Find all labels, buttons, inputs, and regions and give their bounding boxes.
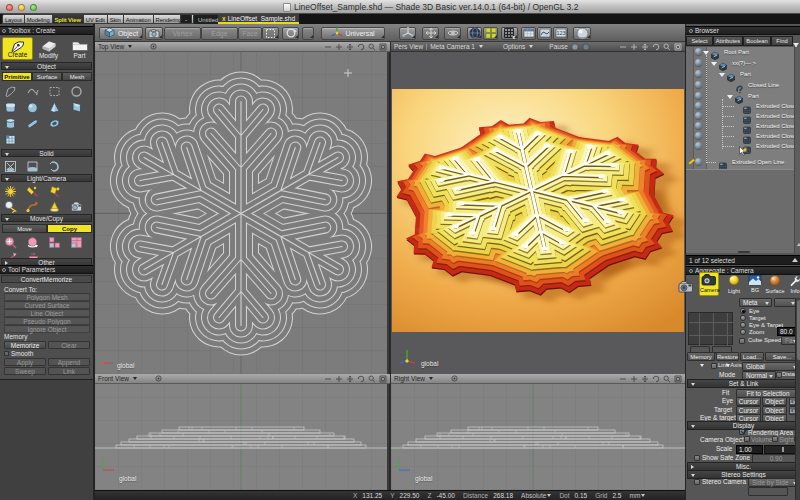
visibility-ball-icon[interactable] (695, 122, 702, 129)
array-copy-icon-button[interactable] (70, 235, 83, 253)
tree-item-label[interactable]: Extruded Closed (756, 113, 794, 119)
marquee-select-button[interactable] (262, 27, 279, 40)
restore-button[interactable]: Restore (716, 352, 739, 361)
radio-target[interactable] (740, 315, 746, 321)
collapse-tabs-button[interactable]: - (180, 14, 192, 24)
tree-item-label[interactable]: Extruded Closed (756, 143, 794, 149)
zoom-icon[interactable] (663, 375, 671, 383)
memorize-button[interactable]: Memorize (4, 341, 46, 349)
front-viewport[interactable]: global (95, 384, 389, 490)
workspace-tab-uv-edit[interactable]: UV Edit (83, 14, 107, 24)
object-mode-button[interactable]: Object (99, 27, 143, 40)
workspace-tab-animation[interactable]: Animation (123, 14, 153, 24)
move-copy-section-header[interactable]: Move/Copy (1, 214, 92, 222)
browser-tab-find[interactable]: Find (771, 36, 793, 46)
rotate-select-button[interactable] (282, 27, 299, 40)
tree-item-label[interactable]: Extruded Closed (756, 123, 794, 129)
load-button[interactable]: Load... (740, 352, 764, 361)
zoom-traffic-light[interactable] (30, 4, 37, 11)
table-view-button[interactable] (521, 27, 536, 40)
panel-menu-icon[interactable] (2, 29, 6, 33)
zoom-icon[interactable] (368, 375, 376, 383)
right-viewport[interactable]: global (391, 384, 685, 490)
orbit-icon[interactable] (652, 375, 660, 383)
pers-options-button[interactable]: Options (503, 43, 525, 50)
document-tab-active[interactable]: xLineOffset_Sample.shd (218, 14, 299, 24)
tree-item-label[interactable]: Part (740, 71, 751, 77)
tree-row[interactable]: Root Part (686, 47, 794, 58)
object-section-header[interactable]: Object (1, 62, 92, 70)
fit-icon[interactable] (674, 375, 682, 383)
minus-icon[interactable] (324, 43, 332, 51)
orbit-icon[interactable] (357, 43, 365, 51)
universal-manipulator-button[interactable]: Universal (321, 27, 385, 40)
render-status-icon[interactable] (571, 43, 579, 51)
browser-scrollbar[interactable] (794, 47, 800, 253)
workspace-tab-layout[interactable]: Layout (2, 14, 24, 24)
textured-cube-icon-button[interactable] (4, 132, 17, 150)
capsule-primitive-icon-button[interactable] (26, 116, 39, 134)
view-center-icon[interactable] (155, 375, 162, 382)
aggregate-item-light[interactable]: Light (724, 274, 744, 294)
tree-item-label[interactable]: Extruded Closed (756, 103, 794, 109)
status-unit-dropdown[interactable]: mm (629, 492, 640, 499)
rendering-area-checkbox[interactable] (739, 429, 745, 435)
panel-menu-icon[interactable] (689, 29, 693, 33)
visibility-ball-icon[interactable] (695, 59, 702, 66)
convert-button-0[interactable]: Polygon Mesh (4, 293, 90, 301)
expander-icon[interactable] (719, 73, 725, 77)
view-center-icon[interactable] (451, 375, 458, 382)
pers-pause-button[interactable]: Pause (549, 43, 567, 50)
splitter-handle[interactable] (738, 251, 750, 253)
collapse-icon[interactable] (792, 258, 798, 262)
set-link-section[interactable]: Set & Link (687, 379, 800, 388)
view-center-icon[interactable] (150, 43, 157, 50)
properties-scrollbar[interactable] (795, 298, 800, 500)
world-coordinates-button[interactable] (467, 27, 482, 40)
plus-icon[interactable] (335, 375, 343, 383)
radio-zoom[interactable] (740, 329, 746, 335)
tab-move[interactable]: Move (2, 224, 47, 233)
copy-cubes-icon-button[interactable] (48, 235, 61, 253)
browser-tab-boolean[interactable]: Boolean (743, 36, 771, 46)
workspace-tab-rendering[interactable]: Rendering (153, 14, 184, 24)
visibility-ball-icon[interactable] (695, 92, 702, 99)
extra-tool-button[interactable] (302, 27, 314, 40)
volume-checkbox[interactable] (744, 436, 750, 442)
pan-icon[interactable] (346, 43, 354, 51)
append-button[interactable]: Append (48, 358, 90, 366)
eye-object-button[interactable]: Object (762, 397, 787, 406)
move-tool-button[interactable] (422, 27, 439, 40)
radio-eye-target[interactable] (740, 322, 746, 328)
tool-parameters-header[interactable]: Tool Parameters (0, 265, 93, 274)
zoom-icon[interactable] (663, 43, 671, 51)
visibility-ball-icon[interactable] (695, 48, 702, 55)
tab-copy[interactable]: Copy (47, 224, 92, 233)
aggregate-item-info[interactable]: Info (785, 274, 800, 294)
workspace-tab-skin[interactable]: Skin (107, 14, 123, 24)
wedge-primitive-icon-button[interactable] (70, 100, 83, 118)
grid-snap-button[interactable] (483, 27, 498, 40)
cube-speed-checkbox[interactable] (739, 338, 745, 344)
workspace-tab-modeling[interactable]: Modeling (24, 14, 52, 24)
face-mode-button[interactable]: Face (238, 27, 262, 40)
tab-primitive[interactable]: Primitive (2, 72, 32, 81)
zoom-icon[interactable] (368, 43, 376, 51)
plus-icon[interactable] (335, 43, 343, 51)
torus-primitive-icon-button[interactable] (48, 116, 61, 134)
apply-button[interactable]: Apply (4, 358, 46, 366)
render-status2-icon[interactable] (582, 43, 590, 51)
numeric-input-button[interactable]: 123 (553, 27, 568, 40)
tab-surface[interactable]: Surface (32, 72, 62, 81)
tree-row[interactable]: Part (686, 69, 794, 80)
plus-icon[interactable] (630, 375, 638, 383)
convert-button-4[interactable]: Ignore Object (4, 325, 90, 333)
fit-icon[interactable] (379, 43, 387, 51)
tree-item-label[interactable]: Root Part (724, 49, 749, 55)
aggregate-item-bg[interactable]: BG (745, 274, 765, 293)
minimize-traffic-light[interactable] (18, 4, 25, 11)
link-axis-checkbox[interactable] (711, 363, 717, 369)
eye-cursor-button[interactable]: Cursor (736, 397, 761, 406)
camera-type-dropdown[interactable]: Meta (739, 298, 772, 307)
minus-icon[interactable] (324, 375, 332, 383)
